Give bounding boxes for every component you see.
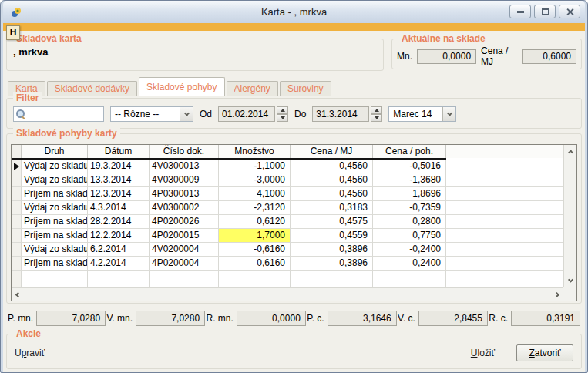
- cell-mnozstvo[interactable]: 4,1000: [219, 187, 291, 201]
- column-header-mnozstvo[interactable]: Množstvo: [219, 145, 291, 158]
- cell-datum[interactable]: 4.3.2014: [88, 201, 150, 215]
- search-box[interactable]: [13, 106, 104, 122]
- table-row[interactable]: Príjem na sklad28.2.20144P02000260,61200…: [12, 215, 563, 229]
- cell-mnozstvo[interactable]: -2,3120: [219, 201, 291, 215]
- cell-druh[interactable]: Príjem na sklad: [22, 215, 88, 229]
- column-header-cislo-dok[interactable]: Číslo dok.: [150, 145, 219, 158]
- scroll-right-button[interactable]: [550, 288, 563, 301]
- table-row[interactable]: Príjem na sklad4.2.20144P02000040,61600,…: [12, 257, 563, 271]
- cell-cena_poh[interactable]: 0,7750: [373, 229, 446, 243]
- cell-cena_mj[interactable]: 0,3183: [291, 201, 373, 215]
- cell-mnozstvo[interactable]: 1,7000: [219, 229, 291, 243]
- month-combobox[interactable]: Marec 14: [388, 106, 456, 122]
- cell-cislo[interactable]: 4V0200004: [150, 243, 219, 257]
- scroll-left-button[interactable]: [12, 288, 25, 301]
- spin-down-button[interactable]: [277, 114, 288, 122]
- cell-mnozstvo[interactable]: -1,1000: [219, 160, 291, 173]
- tab-skladove-pohyby[interactable]: Skladové pohyby: [139, 77, 224, 96]
- cell-cislo[interactable]: 4P0300013: [150, 187, 219, 201]
- cell-druh[interactable]: Príjem na sklad: [22, 187, 88, 201]
- cell-cena_mj[interactable]: 0,4560: [291, 187, 373, 201]
- vertical-scroll-track[interactable]: [564, 158, 576, 274]
- cell-mnozstvo[interactable]: -3,0000: [219, 173, 291, 187]
- title-bar[interactable]: Karta - , mrkva: [3, 1, 585, 23]
- cell-druh[interactable]: Výdaj zo skladu na: [22, 173, 88, 187]
- column-header-cena-mj[interactable]: Cena / MJ: [291, 145, 373, 158]
- table-row[interactable]: Príjem na sklad12.2.20144P02000151,70000…: [12, 229, 563, 243]
- window-minimize-button[interactable]: [509, 5, 531, 18]
- cell-cena_poh[interactable]: -0,2400: [373, 243, 446, 257]
- tab-alergeny[interactable]: Alergény: [227, 81, 278, 96]
- cell-druh[interactable]: Výdaj zo skladu na: [22, 243, 88, 257]
- cell-cena_poh[interactable]: 0,2400: [373, 257, 446, 271]
- search-input[interactable]: [25, 108, 101, 120]
- cell-datum[interactable]: [88, 271, 150, 284]
- cell-mnozstvo[interactable]: 0,6160: [219, 257, 291, 271]
- cell-datum[interactable]: 19.3.2014: [88, 160, 150, 173]
- cell-druh[interactable]: Výdaj zo skladu na: [22, 160, 88, 173]
- cell-mnozstvo[interactable]: -0,6160: [219, 243, 291, 257]
- cell-cislo[interactable]: 4V0300013: [150, 160, 219, 173]
- action-save-button[interactable]: Uložiť: [471, 348, 495, 358]
- to-date-spinner[interactable]: [371, 106, 382, 122]
- spin-up-button[interactable]: [371, 106, 382, 114]
- action-close-button[interactable]: Zatvoriť: [516, 344, 573, 361]
- cell-cena_poh[interactable]: -0,5016: [373, 160, 446, 173]
- cell-cena_mj[interactable]: [291, 271, 373, 284]
- scroll-up-button[interactable]: [564, 145, 576, 158]
- from-date-spinner[interactable]: [277, 106, 288, 122]
- cell-cena_poh[interactable]: -1,3680: [373, 173, 446, 187]
- range-combobox[interactable]: -- Rôzne --: [110, 106, 193, 122]
- cell-druh[interactable]: [22, 271, 88, 284]
- cell-cena_poh[interactable]: 1,8696: [373, 187, 446, 201]
- cell-cislo[interactable]: 4V0300009: [150, 173, 219, 187]
- cell-mnozstvo[interactable]: [219, 271, 291, 284]
- cell-cena_mj[interactable]: 0,4575: [291, 215, 373, 229]
- cell-cislo[interactable]: [150, 271, 219, 284]
- cell-cena_poh[interactable]: [373, 271, 446, 284]
- range-combobox-arrow[interactable]: [180, 107, 193, 121]
- cell-cislo[interactable]: 4P0200026: [150, 215, 219, 229]
- tab-skladove-dodavky[interactable]: Skladové dodávky: [47, 81, 137, 96]
- window-close-button[interactable]: [559, 5, 580, 18]
- column-header-datum[interactable]: Dátum: [88, 145, 150, 158]
- to-date-input[interactable]: 31.3.2014: [312, 106, 369, 122]
- horizontal-scrollbar[interactable]: [12, 287, 563, 301]
- cell-cena_poh[interactable]: -0,7359: [373, 201, 446, 215]
- cell-cislo[interactable]: 4V0300002: [150, 201, 219, 215]
- cell-druh[interactable]: Príjem na sklad: [22, 229, 88, 243]
- column-header-druh[interactable]: Druh: [22, 145, 88, 158]
- column-header-cena-poh[interactable]: Cena / poh.: [373, 145, 446, 158]
- cell-datum[interactable]: 6.2.2014: [88, 243, 150, 257]
- h-button[interactable]: H: [6, 25, 20, 40]
- cell-cena_mj[interactable]: 0,4560: [291, 160, 373, 173]
- from-date-input[interactable]: 01.02.2014: [218, 106, 275, 122]
- table-row[interactable]: [12, 271, 563, 284]
- window-maximize-button[interactable]: [534, 5, 556, 18]
- cell-cena_poh[interactable]: 0,2800: [373, 215, 446, 229]
- cell-druh[interactable]: Príjem na sklad: [22, 257, 88, 271]
- month-combobox-arrow[interactable]: [442, 107, 455, 121]
- tab-suroviny[interactable]: Suroviny: [280, 81, 331, 96]
- cell-cena_mj[interactable]: 0,4559: [291, 229, 373, 243]
- cell-cena_mj[interactable]: 0,4560: [291, 173, 373, 187]
- cell-datum[interactable]: 4.2.2014: [88, 257, 150, 271]
- vertical-scrollbar[interactable]: [563, 145, 576, 287]
- cell-datum[interactable]: 13.3.2014: [88, 173, 150, 187]
- table-row[interactable]: Príjem na sklad12.3.20144P03000134,10000…: [12, 187, 563, 201]
- cell-cena_mj[interactable]: 0,3896: [291, 257, 373, 271]
- action-edit-button[interactable]: Upraviť: [15, 348, 45, 358]
- cell-datum[interactable]: 12.3.2014: [88, 187, 150, 201]
- spin-up-button[interactable]: [277, 106, 288, 114]
- cell-datum[interactable]: 28.2.2014: [88, 215, 150, 229]
- cell-cislo[interactable]: 4P0200004: [150, 257, 219, 271]
- table-row[interactable]: Výdaj zo skladu na4.3.20144V0300002-2,31…: [12, 201, 563, 215]
- cell-druh[interactable]: Výdaj zo skladu na: [22, 201, 88, 215]
- cell-mnozstvo[interactable]: 0,6120: [219, 215, 291, 229]
- table-row[interactable]: Výdaj zo skladu na13.3.20144V0300009-3,0…: [12, 173, 563, 187]
- cell-datum[interactable]: 12.2.2014: [88, 229, 150, 243]
- table-row[interactable]: Výdaj zo skladu na19.3.20144V0300013-1,1…: [12, 160, 563, 173]
- horizontal-scroll-track[interactable]: [25, 288, 550, 301]
- table-row[interactable]: Výdaj zo skladu na6.2.20144V0200004-0,61…: [12, 243, 563, 257]
- spin-down-button[interactable]: [371, 114, 382, 122]
